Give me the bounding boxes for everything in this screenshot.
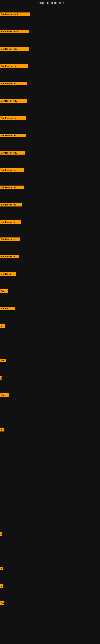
bar-label-22: Bott xyxy=(0,393,9,397)
bar-row-22: Bott xyxy=(0,393,9,397)
bar-label-2: Bottleneck result xyxy=(0,30,29,34)
bar-row-20: Bo xyxy=(0,359,6,362)
bar-label-4: Bottleneck resu xyxy=(0,64,28,68)
bar-label-25: B xyxy=(0,567,3,570)
bar-label-19: B xyxy=(0,324,5,328)
bar-row-13: Bottleneck re xyxy=(0,220,21,224)
bar-row-26: B xyxy=(0,584,3,588)
bar-label-5: Bottleneck resu xyxy=(0,82,27,85)
bar-label-11: Bottleneck resu xyxy=(0,186,24,189)
bar-label-15: Bottleneck re xyxy=(0,255,19,258)
bar-row-25: B xyxy=(0,567,3,570)
bar-label-7: Bottleneck resu xyxy=(0,116,26,120)
bar-label-1: Bottleneck result xyxy=(0,12,30,16)
bar-row-17: Bot xyxy=(0,290,8,293)
bar-row-27: Bo xyxy=(0,601,3,605)
bar-label-18: Bottlen xyxy=(0,307,15,310)
bar-row-11: Bottleneck resu xyxy=(0,186,24,189)
bar-label-17: Bot xyxy=(0,290,8,293)
site-title: TheBottlenecker.com xyxy=(0,0,100,5)
bar-row-8: Bottleneck resu xyxy=(0,134,26,137)
bar-label-24: B xyxy=(0,532,2,536)
bar-row-19: B xyxy=(0,324,5,328)
bar-row-1: Bottleneck result xyxy=(0,12,30,16)
bar-label-16: Bottlenec xyxy=(0,272,16,276)
bar-row-15: Bottleneck re xyxy=(0,255,19,258)
bar-label-21: B xyxy=(0,376,2,380)
bar-row-24: B xyxy=(0,532,2,536)
bar-row-16: Bottlenec xyxy=(0,272,16,276)
bar-label-10: Bottleneck resu xyxy=(0,168,24,172)
bar-row-23: B xyxy=(0,428,4,432)
bar-row-21: B xyxy=(0,376,2,380)
bar-row-9: Bottleneck resu xyxy=(0,151,25,154)
bar-label-6: Bottleneck resu xyxy=(0,99,27,103)
bar-label-27: Bo xyxy=(0,601,3,605)
bar-row-5: Bottleneck resu xyxy=(0,82,27,85)
bar-label-9: Bottleneck resu xyxy=(0,151,25,154)
bar-row-7: Bottleneck resu xyxy=(0,116,26,120)
bar-row-12: Bottleneck res xyxy=(0,203,22,206)
bar-row-4: Bottleneck resu xyxy=(0,64,28,68)
bar-row-10: Bottleneck resu xyxy=(0,168,24,172)
bar-row-18: Bottlen xyxy=(0,307,15,310)
bar-label-26: B xyxy=(0,584,3,588)
bar-row-6: Bottleneck resu xyxy=(0,99,27,103)
bar-label-13: Bottleneck re xyxy=(0,220,21,224)
bar-row-3: Bottleneck resu xyxy=(0,47,29,51)
bar-label-23: B xyxy=(0,428,4,432)
bar-label-8: Bottleneck resu xyxy=(0,134,26,137)
bar-label-14: Bottleneck re xyxy=(0,238,20,241)
bar-row-2: Bottleneck result xyxy=(0,30,29,34)
bar-row-14: Bottleneck re xyxy=(0,238,20,241)
bar-label-20: Bo xyxy=(0,359,6,362)
bar-label-3: Bottleneck resu xyxy=(0,47,29,51)
bar-label-12: Bottleneck res xyxy=(0,203,22,206)
